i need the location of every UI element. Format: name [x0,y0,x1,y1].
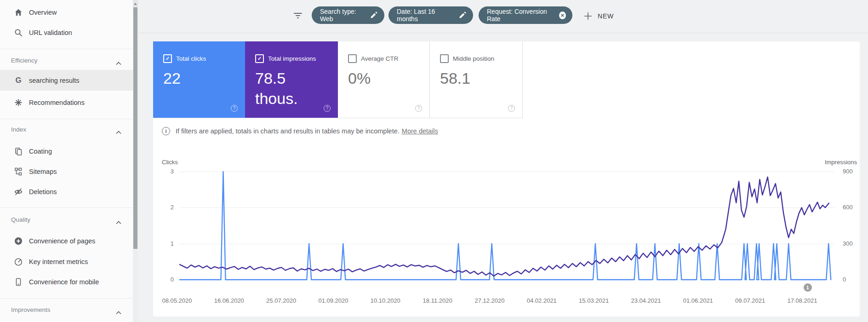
sidebar-item-convenience-for-mobile[interactable]: Convenience for mobile [0,272,133,292]
x-axis-tick: 15.03.2021 [573,297,615,304]
chevron-up-icon[interactable] [116,59,121,63]
metric-checkbox[interactable] [348,54,357,63]
sitemap-icon [14,167,23,176]
phone-icon [14,277,23,287]
impressions-line [179,177,829,276]
filter-chip-label: Date: Last 16 months [397,8,454,23]
left-axis-tick: 1 [157,240,174,247]
chart-canvas [179,170,834,282]
edit-pencil-icon[interactable] [370,11,378,19]
sidebar-item-deletions[interactable]: Deletions [0,182,133,202]
x-axis-tick: 10.10.2020 [364,297,406,304]
sidebar-section-improvements[interactable]: Improvements [11,306,51,316]
x-axis-tick: 04.02.2021 [520,297,563,304]
sidebar-item-label: Convenience for mobile [29,278,99,286]
metric-label: Total impressions [268,55,316,62]
help-icon[interactable]: ? [324,105,331,112]
chevron-up-icon[interactable] [116,308,121,312]
x-axis-tick: 01.09.2020 [312,297,354,304]
metric-value: 0% [348,68,417,88]
metric-card-total-impressions[interactable]: ✓ Total impressions 78.5 thous. ? [245,41,338,118]
sidebar-item-overview[interactable]: Overview [0,2,133,23]
x-axis-tick: 27.12.2020 [468,297,511,304]
metric-checkbox[interactable] [440,54,449,63]
x-axis-tick: 16.06.2020 [208,297,250,304]
left-axis-tick: 3 [157,168,174,175]
help-icon[interactable]: ? [508,105,515,112]
metric-card-average-ctr[interactable]: Average CTR 0% ? [338,41,430,118]
help-icon[interactable]: ? [231,105,238,112]
eye-off-icon [14,187,23,196]
metric-checkbox[interactable]: ✓ [163,54,172,63]
sidebar-item-label: searching results [29,77,80,84]
x-axis-tick: 18.11.2020 [417,297,459,304]
asterisk-icon [14,98,23,107]
plus-icon [583,11,593,21]
chevron-up-icon[interactable] [116,218,121,222]
metric-label: Middle position [453,55,494,62]
pages-icon [14,147,23,156]
sidebar-item-label: Key internet metrics [29,258,88,265]
new-filter-label: NEW [598,12,614,20]
sidebar-item-url-validation[interactable]: URL validation [0,23,133,43]
sidebar-item-coating[interactable]: Coating [0,141,133,161]
sidebar-item-sitemaps[interactable]: Sitemaps [0,161,133,182]
left-axis-tick: 0 [157,276,174,283]
left-axis-tick: 2 [157,204,174,211]
sidebar-item-searching-results[interactable]: G searching results [0,70,133,91]
left-axis-title: Clicks [162,159,178,166]
sidebar-item-label: Deletions [29,188,57,196]
metric-checkbox[interactable]: ✓ [255,54,264,63]
sidebar-item-label: Overview [29,9,57,16]
help-icon[interactable]: ? [415,105,422,112]
scrollbar-up-arrow[interactable] [133,0,138,7]
sidebar-scrollbar-thumb[interactable] [133,7,137,249]
sidebar-section-efficiency[interactable]: Efficiency [11,57,38,66]
edit-pencil-icon[interactable] [458,11,467,19]
x-axis-tick: 08.05.2020 [156,297,198,304]
sidebar-item-label: Convenience of pages [29,237,95,245]
plus-circle-icon [14,236,23,246]
filter-chip-label: Search type: Web [320,8,365,23]
x-axis-tick: 23.04.2021 [625,297,667,304]
right-axis-title: Impressions [815,159,857,166]
metric-value: 78.5 thous. [255,68,324,109]
right-axis-tick: 600 [843,204,853,211]
sidebar-item-convenience-of-pages[interactable]: Convenience of pages [0,231,133,251]
info-icon: i [162,127,170,135]
metric-card-total-clicks[interactable]: ✓ Total clicks 22 ? [153,41,245,118]
more-details-link[interactable]: More details [402,127,438,135]
filter-icon[interactable] [292,10,303,23]
filter-chip-search-type[interactable]: Search type: Web [312,6,384,24]
chart-annotation-badge: 1 [804,283,812,292]
sidebar-item-label: Coating [29,148,52,155]
filter-chip-date[interactable]: Date: Last 16 months [388,6,473,24]
sidebar-item-key-internet-metrics[interactable]: Key internet metrics [0,252,133,272]
remove-filter-icon[interactable]: ✕ [559,12,566,19]
google-g-icon: G [14,76,23,85]
notice-text: If filters are applied, totals in charts… [176,127,400,135]
search-icon [14,28,23,37]
metric-value: 58.1 [440,68,509,88]
new-filter-button[interactable]: NEW [583,8,614,24]
metric-value: 22 [163,68,232,88]
sidebar-item-label: Recommendations [29,99,85,106]
right-axis-tick: 300 [843,240,853,247]
sidebar-divider [0,119,133,119]
right-axis-tick: 0 [843,276,846,283]
metric-label: Average CTR [361,55,399,62]
x-axis-tick: 17.08.2021 [781,297,823,304]
metric-card-middle-position[interactable]: Middle position 58.1 ? [430,41,523,118]
sidebar-section-quality[interactable]: Quality [11,216,30,225]
sidebar-section-index[interactable]: Index [11,126,26,135]
filter-chip-request[interactable]: Request: Conversion Rate ✕ [479,6,572,24]
right-axis-tick: 900 [843,168,853,175]
x-axis-tick: 25.07.2020 [260,297,303,304]
cards-divider [153,118,523,118]
sidebar-item-label: Sitemaps [29,168,57,175]
sidebar-divider [0,207,133,208]
filter-bar: Search type: Web Date: Last 16 months Re… [138,0,868,33]
chevron-up-icon[interactable] [116,128,121,132]
sidebar-item-recommendations[interactable]: Recommendations [0,92,133,113]
home-icon [14,8,23,17]
